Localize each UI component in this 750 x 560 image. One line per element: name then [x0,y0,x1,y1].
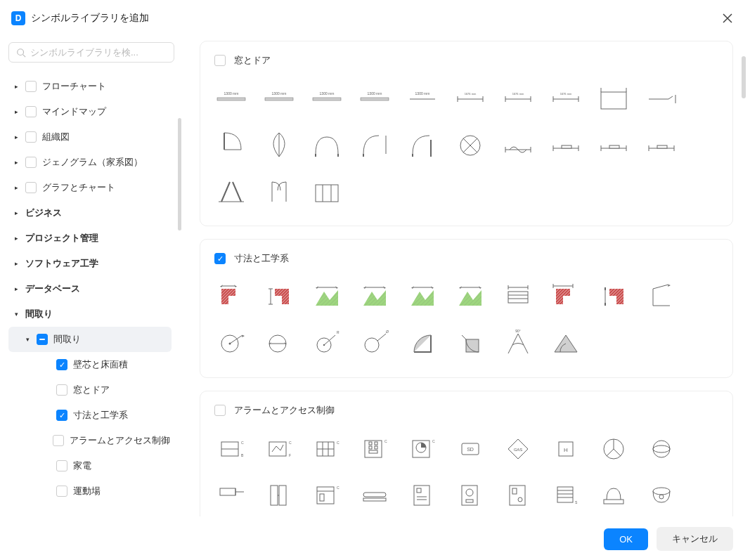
symbol-thumbnail[interactable] [358,478,392,512]
symbol-thumbnail[interactable] [310,175,344,209]
tree-item[interactable]: ▸窓とドア [8,377,172,403]
card-checkbox[interactable] [214,55,226,66]
tree-checkbox[interactable] [25,81,37,92]
tree-checkbox[interactable] [56,486,67,497]
symbol-thumbnail[interactable] [214,129,248,162]
symbol-thumbnail[interactable]: C [406,432,439,466]
symbol-thumbnail[interactable] [645,432,678,466]
symbol-thumbnail[interactable] [645,82,678,116]
symbol-thumbnail[interactable]: R [310,327,344,360]
tree-checkbox[interactable] [25,182,37,193]
symbol-thumbnail[interactable] [549,280,583,314]
symbol-thumbnail[interactable]: C F [262,432,296,466]
symbol-thumbnail[interactable]: 1300 mm [262,82,296,116]
symbol-thumbnail[interactable]: C [310,432,344,466]
tree-checkbox[interactable] [56,359,67,370]
tree-item[interactable]: ▸グラフとチャート [8,175,172,200]
tree-item[interactable]: ▸組織図 [8,124,172,150]
symbol-thumbnail[interactable] [597,478,631,512]
symbol-thumbnail[interactable] [358,280,392,314]
tree-checkbox[interactable] [25,106,37,117]
symbol-thumbnail[interactable]: 1300 mm [406,82,439,116]
symbol-thumbnail[interactable] [262,327,296,360]
symbol-thumbnail[interactable] [214,478,248,512]
symbol-thumbnail[interactable] [310,129,344,162]
symbol-thumbnail[interactable] [310,280,344,314]
cancel-button[interactable]: キャンセル [657,527,733,551]
symbol-thumbnail[interactable] [214,280,248,314]
symbol-thumbnail[interactable] [645,478,678,512]
symbol-thumbnail[interactable] [597,129,631,162]
symbol-thumbnail[interactable] [214,175,248,209]
symbol-thumbnail[interactable]: 1676 mm [501,82,535,116]
symbol-thumbnail[interactable] [645,129,678,162]
card-checkbox[interactable] [214,405,226,416]
symbol-thumbnail[interactable] [597,280,631,314]
symbol-thumbnail[interactable] [406,129,439,162]
symbol-thumbnail[interactable] [262,175,296,209]
symbol-thumbnail[interactable]: 1300 mm [310,82,344,116]
symbol-thumbnail[interactable] [406,280,439,314]
symbol-thumbnail[interactable]: C [358,432,392,466]
search-input[interactable] [30,47,167,58]
symbol-thumbnail[interactable] [406,478,439,512]
symbol-thumbnail[interactable] [549,129,583,162]
symbol-thumbnail[interactable]: 1300 mm [358,82,392,116]
symbol-thumbnail[interactable] [597,432,631,466]
tree-checkbox[interactable] [25,157,37,168]
symbol-thumbnail[interactable]: C [310,478,344,512]
tree-checkbox[interactable] [25,131,37,143]
tree-item[interactable]: ▸ジェノグラム（家系図） [8,150,172,175]
symbol-thumbnail[interactable]: 90° [501,327,535,360]
symbol-thumbnail[interactable]: 1676 mm [549,82,583,116]
symbol-thumbnail[interactable] [501,478,535,512]
tree-checkbox[interactable] [56,460,67,471]
tree-item[interactable]: ▾間取り [8,301,172,327]
tree-checkbox[interactable] [37,334,48,345]
symbol-thumbnail[interactable] [501,129,535,162]
symbol-thumbnail[interactable]: H [549,432,583,466]
category-tree[interactable]: ▸フローチャート▸マインドマップ▸組織図▸ジェノグラム（家系図）▸グラフとチャー… [8,74,174,516]
tree-checkbox[interactable] [53,435,64,446]
symbol-thumbnail[interactable]: SD [453,432,487,466]
symbol-thumbnail[interactable] [597,82,631,116]
tree-item[interactable]: ▸ビジネス [8,200,172,226]
tree-item[interactable]: ▸寸法と工学系 [8,403,172,428]
tree-item[interactable]: ▸ソフトウェア工学 [8,251,172,276]
symbol-thumbnail[interactable] [262,129,296,162]
symbol-thumbnail[interactable]: S [549,478,583,512]
symbol-thumbnail[interactable] [453,129,487,162]
tree-item[interactable]: ▸運動場 [8,478,172,504]
tree-item[interactable]: ▸データベース [8,276,172,301]
tree-item[interactable]: ▸フローチャート [8,74,172,99]
symbol-thumbnail[interactable] [453,327,487,360]
content-pane[interactable]: 窓とドア 1300 mm 1300 mm 1300 mm 1300 mm 130… [183,34,750,516]
tree-checkbox[interactable] [56,410,67,421]
tree-checkbox[interactable] [56,384,67,396]
symbol-thumbnail[interactable] [406,327,439,360]
tree-item[interactable]: ▸壁芯と床面積 [8,352,172,377]
content-scrollbar-thumb[interactable] [742,56,746,98]
symbol-thumbnail[interactable] [214,327,248,360]
tree-item[interactable]: ▸家電 [8,453,172,478]
symbol-thumbnail[interactable] [453,478,487,512]
symbol-thumbnail[interactable] [501,280,535,314]
symbol-thumbnail[interactable]: 1300 mm [214,82,248,116]
symbol-thumbnail[interactable] [645,280,678,314]
symbol-thumbnail[interactable]: GAS [501,432,535,466]
tree-item[interactable]: ▸マインドマップ [8,99,172,124]
sidebar-scrollbar-thumb[interactable] [178,118,181,230]
card-checkbox[interactable] [214,253,226,264]
symbol-thumbnail[interactable]: C B [214,432,248,466]
symbol-thumbnail[interactable] [453,280,487,314]
tree-item[interactable]: ▾間取り [8,327,172,352]
tree-item[interactable]: ▸アラームとアクセス制御 [8,428,172,453]
symbol-thumbnail[interactable]: 1676 mm [453,82,487,116]
symbol-thumbnail[interactable] [262,478,296,512]
symbol-thumbnail[interactable] [262,280,296,314]
tree-item[interactable]: ▸プロジェクト管理 [8,226,172,251]
symbol-thumbnail[interactable] [549,327,583,360]
ok-button[interactable]: OK [604,528,648,550]
symbol-thumbnail[interactable]: Ø [358,327,392,360]
search-box[interactable] [8,42,174,63]
